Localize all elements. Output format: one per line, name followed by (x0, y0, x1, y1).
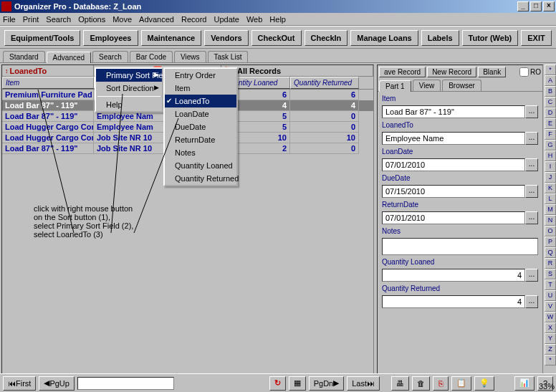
new-record-button[interactable]: New Record (427, 67, 476, 77)
toolbtn-maintenance[interactable]: Maintenance (141, 30, 202, 46)
alpha-T[interactable]: T (545, 279, 556, 290)
alpha-*[interactable]: * (545, 64, 556, 75)
alpha-Y[interactable]: Y (545, 333, 556, 344)
ctx-sort-item[interactable]: Item (165, 82, 236, 95)
detail-tab-browser[interactable]: Browser (442, 80, 481, 91)
returndate-field[interactable] (382, 211, 525, 224)
alpha-B[interactable]: B (545, 86, 556, 97)
all-records-cell[interactable]: 🔖 All Records (221, 65, 373, 76)
pgdn-button[interactable]: PgDn▶ (309, 376, 345, 391)
ctx-item-primary-sort-field[interactable]: Primary Sort Field (96, 69, 162, 82)
alpha-S[interactable]: S (545, 269, 556, 279)
toolbtn-employees[interactable]: Employees (83, 30, 138, 46)
toolbtn-vendors[interactable]: Vendors (204, 30, 248, 46)
toolbtn-labels[interactable]: Labels (421, 30, 459, 46)
toolbtn-tutor-web-[interactable]: Tutor (Web) (462, 30, 519, 46)
alpha-R[interactable]: R (545, 258, 556, 269)
colhead-item[interactable]: Item (2, 77, 94, 89)
alpha-E[interactable]: E (545, 118, 556, 129)
ctx-sort-quantity-loaned[interactable]: Quantity Loaned (165, 159, 236, 172)
alpha-P[interactable]: P (545, 236, 556, 247)
alpha-C[interactable]: C (545, 97, 556, 107)
alpha-A[interactable]: A (545, 75, 556, 86)
close-button[interactable]: × (543, 1, 555, 11)
duedate-field[interactable] (382, 185, 525, 198)
tab-task-list[interactable]: Task List (208, 51, 249, 62)
alpha-Z[interactable]: Z (545, 344, 556, 355)
alpha-V[interactable]: V (545, 301, 556, 312)
record-number-field[interactable] (77, 377, 174, 390)
ctx-sort-duedate[interactable]: DueDate (165, 120, 236, 133)
loandate-field[interactable] (382, 158, 525, 171)
menu-file[interactable]: File (3, 15, 16, 24)
sort-button[interactable]: ↕ LoanedTo (2, 65, 94, 76)
alpha-H[interactable]: H (545, 150, 556, 161)
detail-tab-view[interactable]: View (413, 80, 441, 91)
pgup-button[interactable]: ◀PgUp (39, 376, 75, 391)
loanedto-lookup-button[interactable]: ... (525, 132, 538, 145)
alpha-M[interactable]: M (545, 204, 556, 215)
alpha-L[interactable]: L (545, 193, 556, 204)
duedate-picker-button[interactable]: ... (525, 185, 538, 198)
ctx-sort-entry-order[interactable]: Entry Order (165, 69, 236, 82)
paste-button[interactable]: 📋 (451, 376, 471, 391)
alpha-Q[interactable]: Q (545, 247, 556, 258)
qtyr-field[interactable] (382, 295, 525, 308)
alpha-W[interactable]: W (545, 312, 556, 322)
color-grid-button[interactable]: ▦ (289, 376, 306, 391)
ctx-sort-notes[interactable]: Notes (165, 146, 236, 159)
notes-field[interactable] (382, 238, 538, 255)
menu-print[interactable]: Print (23, 15, 39, 24)
alpha-I[interactable]: I (545, 161, 556, 172)
menu-advanced[interactable]: Advanced (139, 15, 174, 24)
ctx-sort-returndate[interactable]: ReturnDate (165, 133, 236, 146)
delete-button[interactable]: 🗑 (412, 376, 430, 391)
qtyl-field[interactable] (382, 269, 525, 282)
toolbtn-exit[interactable]: EXIT (521, 30, 551, 46)
blank-button[interactable]: Blank (478, 67, 506, 77)
ctx-item-help[interactable]: Help (96, 98, 162, 111)
save-record-button[interactable]: ave Record (379, 67, 426, 77)
alpha-F[interactable]: F (545, 129, 556, 140)
first-record-button[interactable]: ⏮First (3, 376, 36, 391)
toolbtn-checkout[interactable]: CheckOut (251, 30, 302, 46)
returndate-picker-button[interactable]: ... (525, 211, 538, 224)
menu-web[interactable]: Web (246, 15, 262, 24)
tab-search[interactable]: Search (92, 51, 128, 62)
last-record-button[interactable]: Last⏭ (347, 376, 380, 391)
ctx-sort-quantity-returned[interactable]: Quantity Returned (165, 172, 236, 185)
toolbtn-checkin[interactable]: CheckIn (305, 30, 348, 46)
menu-search[interactable]: Search (46, 15, 71, 24)
menu-options[interactable]: Options (78, 15, 105, 24)
alpha-O[interactable]: O (545, 226, 556, 236)
ctx-item-sort-direction[interactable]: Sort Direction (96, 82, 162, 95)
item-field[interactable] (382, 105, 525, 118)
tip-button[interactable]: 💡 (474, 376, 494, 391)
alpha-X[interactable]: X (545, 322, 556, 333)
detail-tab-part-1[interactable]: Part 1 (379, 80, 411, 92)
copy-button[interactable]: ⎘ (433, 376, 449, 391)
item-lookup-button[interactable]: ... (525, 105, 538, 118)
tab-standard[interactable]: Standard (3, 51, 45, 62)
menu-record[interactable]: Record (181, 15, 206, 24)
alpha-D[interactable]: D (545, 107, 556, 118)
refresh-button[interactable]: ↻ (269, 376, 286, 391)
alpha-K[interactable]: K (545, 183, 556, 193)
maximize-button[interactable]: □ (530, 1, 542, 11)
menu-update[interactable]: Update (214, 15, 239, 24)
colhead-quantity-returned[interactable]: Quantity Returned (290, 77, 359, 89)
print-button[interactable]: 🖶 (391, 376, 409, 391)
alpha-U[interactable]: U (545, 290, 556, 301)
ctx-sort-loandate[interactable]: LoanDate (165, 107, 236, 120)
minimize-button[interactable]: _ (517, 1, 529, 11)
qtyl-button[interactable]: ... (525, 269, 538, 282)
chart-button[interactable]: 📊 (514, 376, 535, 391)
alpha-N[interactable]: N (545, 215, 556, 226)
qtyr-button[interactable]: ... (525, 295, 538, 308)
loanedto-field[interactable] (382, 132, 525, 145)
tab-views[interactable]: Views (174, 51, 206, 62)
tab-advanced[interactable]: Advanced (47, 52, 91, 63)
alpha-*[interactable]: * (545, 355, 556, 365)
alpha-G[interactable]: G (545, 140, 556, 150)
toolbtn-manage-loans[interactable]: Manage Loans (350, 30, 418, 46)
